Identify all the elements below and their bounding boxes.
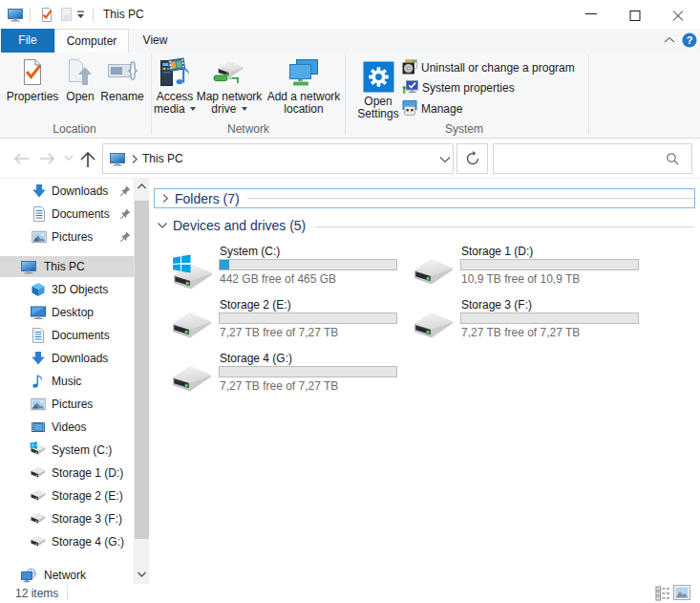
svg-text:?: ?: [687, 34, 693, 46]
